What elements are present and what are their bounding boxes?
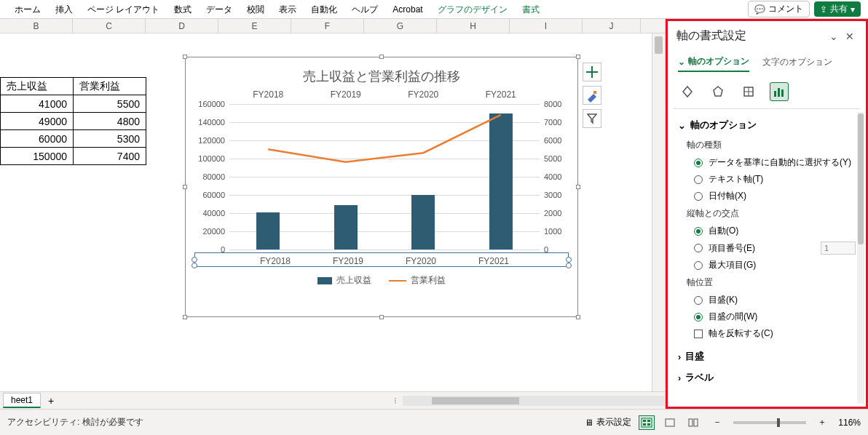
tab-chart-design[interactable]: グラフのデザイン xyxy=(430,0,515,19)
tab-help[interactable]: ヘルプ xyxy=(344,0,385,19)
sheet-tab[interactable]: heet1 xyxy=(3,393,41,408)
cross-number-input[interactable] xyxy=(821,242,856,255)
col-J[interactable]: J xyxy=(583,19,641,33)
zoom-value[interactable]: 116% xyxy=(838,418,861,428)
chart-secondary-category-axis[interactable]: FY2018 FY2019 FY2020 FY2021 xyxy=(186,89,577,100)
resize-handle[interactable] xyxy=(576,55,580,59)
cell[interactable]: 41000 xyxy=(1,95,74,113)
cell[interactable]: 150000 xyxy=(1,148,74,165)
zoom-in-button[interactable]: ＋ xyxy=(813,416,831,428)
comment-button[interactable]: 💬 コメント xyxy=(748,1,810,17)
pane-collapse-icon[interactable]: ⌄ xyxy=(825,31,843,42)
tab-formula[interactable]: 数式 xyxy=(167,0,199,19)
pane-tab-text-options[interactable]: 文字のオプション xyxy=(762,52,832,72)
scroll-thumb[interactable] xyxy=(858,113,864,244)
fill-line-icon[interactable] xyxy=(678,82,697,101)
resize-handle[interactable] xyxy=(576,185,580,189)
chart-elements-button[interactable] xyxy=(583,63,601,81)
col-B[interactable]: B xyxy=(0,19,73,33)
worksheet[interactable]: B C D E F G H I J 売上収益営業利益 410005500 490… xyxy=(0,19,666,409)
pane-scrollbar[interactable] xyxy=(857,112,864,404)
tab-review[interactable]: 校閲 xyxy=(240,0,272,19)
axis-sel-handle[interactable] xyxy=(566,257,572,263)
horizontal-scrollbar[interactable] xyxy=(403,396,665,406)
tab-home[interactable]: ホーム xyxy=(7,0,48,19)
axis-sel-handle[interactable] xyxy=(566,263,572,268)
scroll-thumb[interactable] xyxy=(655,36,663,54)
chart-styles-button[interactable] xyxy=(583,86,601,105)
chart-category-axis-selected[interactable]: FY2018 FY2019 FY2020 FY2021 xyxy=(194,252,569,267)
axis-sel-handle[interactable] xyxy=(192,263,197,268)
opt-date-axis[interactable]: 日付軸(X) xyxy=(678,188,856,204)
accessibility-status[interactable]: アクセシビリティ: 検討が必要です xyxy=(7,416,143,428)
zoom-slider[interactable] xyxy=(733,421,806,424)
tab-view[interactable]: 表示 xyxy=(272,0,304,19)
resize-handle[interactable] xyxy=(183,315,187,319)
opt-pos-between-tick[interactable]: 目盛の間(W) xyxy=(678,308,856,325)
chart-legend[interactable]: 売上収益 営業利益 xyxy=(186,267,577,287)
cat-label: FY2018 xyxy=(253,89,283,100)
col-E[interactable]: E xyxy=(218,19,291,33)
add-sheet-button[interactable]: + xyxy=(41,395,61,407)
zoom-out-button[interactable]: － xyxy=(709,416,726,428)
cell[interactable]: 60000 xyxy=(1,130,74,148)
section-axis-options[interactable]: ⌄軸のオプション xyxy=(678,115,856,136)
opt-cross-auto[interactable]: 自動(O) xyxy=(678,223,856,239)
size-props-icon[interactable] xyxy=(739,82,758,101)
view-pagelayout-button[interactable] xyxy=(662,415,678,430)
cell[interactable]: 5300 xyxy=(74,130,146,148)
cell[interactable]: 49000 xyxy=(1,113,74,130)
tab-automate[interactable]: 自動化 xyxy=(304,0,344,19)
axis-options-icon[interactable] xyxy=(770,82,789,101)
th-revenue[interactable]: 売上収益 xyxy=(1,78,74,95)
pane-close-icon[interactable]: ✕ xyxy=(843,31,857,42)
zoom-knob[interactable] xyxy=(777,418,780,427)
line-series[interactable] xyxy=(229,104,540,249)
opt-text-axis[interactable]: テキスト軸(T) xyxy=(678,171,856,188)
opt-cross-max[interactable]: 最大項目(G) xyxy=(678,257,856,274)
col-F[interactable]: F xyxy=(291,19,364,33)
tab-acrobat[interactable]: Acrobat xyxy=(385,0,430,19)
cell[interactable]: 5500 xyxy=(74,95,146,113)
chart-object[interactable]: 売上収益と営業利益の推移 FY2018 FY2019 FY2020 FY2021… xyxy=(185,57,578,317)
col-H[interactable]: H xyxy=(437,19,510,33)
th-profit[interactable]: 営業利益 xyxy=(74,78,146,95)
opt-cross-category-num[interactable]: 項目番号(E) xyxy=(678,239,856,257)
resize-handle[interactable] xyxy=(576,315,580,319)
right-value-axis[interactable]: 800070006000500040003000200010000 xyxy=(544,100,575,254)
vertical-scrollbar[interactable] xyxy=(652,33,665,391)
chart-title[interactable]: 売上収益と営業利益の推移 xyxy=(186,57,577,89)
cell[interactable]: 7400 xyxy=(74,148,146,165)
plot-area[interactable]: 1600001400001200001000008000060000400002… xyxy=(229,104,540,250)
opt-pos-on-tick[interactable]: 目盛(K) xyxy=(678,292,856,308)
tab-data[interactable]: データ xyxy=(199,0,240,19)
view-pagebreak-button[interactable] xyxy=(685,415,701,430)
display-settings[interactable]: 🖥表示設定 xyxy=(585,416,631,428)
share-button[interactable]: ⇪ 共有 ▾ xyxy=(814,1,861,17)
pane-tab-axis-options[interactable]: ⌄軸のオプション xyxy=(678,52,749,72)
tab-format[interactable]: 書式 xyxy=(515,0,547,19)
col-I[interactable]: I xyxy=(510,19,583,33)
chart-filter-button[interactable] xyxy=(583,109,601,128)
resize-handle[interactable] xyxy=(183,185,187,189)
opt-auto-select[interactable]: データを基準に自動的に選択する(Y) xyxy=(678,154,856,171)
resize-handle[interactable] xyxy=(379,315,384,319)
tab-scroll-grip[interactable]: ⁝ xyxy=(388,396,403,406)
left-value-axis[interactable]: 1600001400001200001000008000060000400002… xyxy=(189,100,225,254)
resize-handle[interactable] xyxy=(379,55,384,59)
view-normal-button[interactable] xyxy=(639,415,655,430)
data-table[interactable]: 売上収益営業利益 410005500 490004800 600005300 1… xyxy=(0,77,146,165)
effects-icon[interactable] xyxy=(709,82,727,101)
section-labels[interactable]: ›ラベル xyxy=(678,367,856,388)
col-C[interactable]: C xyxy=(73,19,146,33)
axis-sel-handle[interactable] xyxy=(192,257,197,263)
resize-handle[interactable] xyxy=(183,55,187,59)
col-D[interactable]: D xyxy=(146,19,218,33)
col-G[interactable]: G xyxy=(364,19,437,33)
cell[interactable]: 4800 xyxy=(74,113,146,130)
tab-insert[interactable]: 挿入 xyxy=(48,0,80,19)
tab-pagelayout[interactable]: ページ レイアウト xyxy=(80,0,167,19)
section-tick-marks[interactable]: ›目盛 xyxy=(678,342,856,367)
opt-reverse-axis[interactable]: 軸を反転する(C) xyxy=(678,325,856,342)
scroll-thumb[interactable] xyxy=(432,397,519,404)
